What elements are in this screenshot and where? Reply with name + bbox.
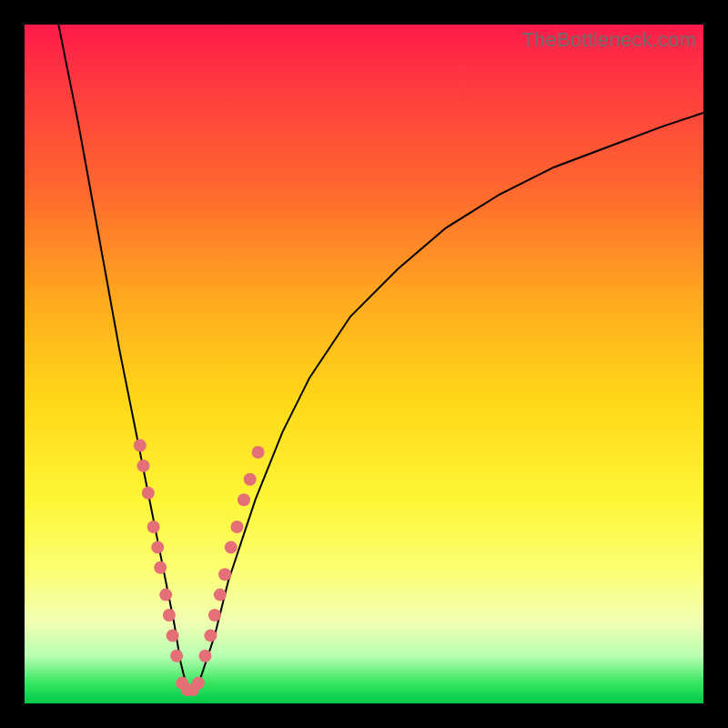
marker-dot (192, 677, 205, 690)
marker-dot (208, 609, 221, 622)
marker-dot (252, 446, 265, 459)
plot-area: TheBottleneck.com (25, 25, 703, 703)
marker-dot (238, 493, 250, 506)
marker-dot (170, 650, 183, 662)
marker-dot (147, 521, 160, 533)
marker-dot (163, 609, 176, 622)
marker-dot (142, 487, 155, 500)
bottleneck-curve (58, 25, 703, 690)
curve-group (58, 25, 703, 690)
marker-dot (244, 473, 257, 486)
marker-dot (151, 541, 164, 553)
chart-svg (25, 25, 703, 703)
marker-dot (134, 440, 147, 452)
marker-dot (231, 521, 244, 533)
marker-dot (218, 568, 231, 581)
chart-frame: TheBottleneck.com (0, 0, 728, 728)
marker-dot (137, 460, 150, 472)
marker-dot (214, 589, 227, 602)
marker-dot (225, 541, 238, 553)
marker-dot (159, 589, 172, 602)
marker-dot (198, 650, 211, 662)
marker-dot (167, 629, 179, 642)
marker-dots (134, 440, 265, 697)
marker-dot (154, 561, 167, 574)
marker-dot (204, 629, 217, 642)
